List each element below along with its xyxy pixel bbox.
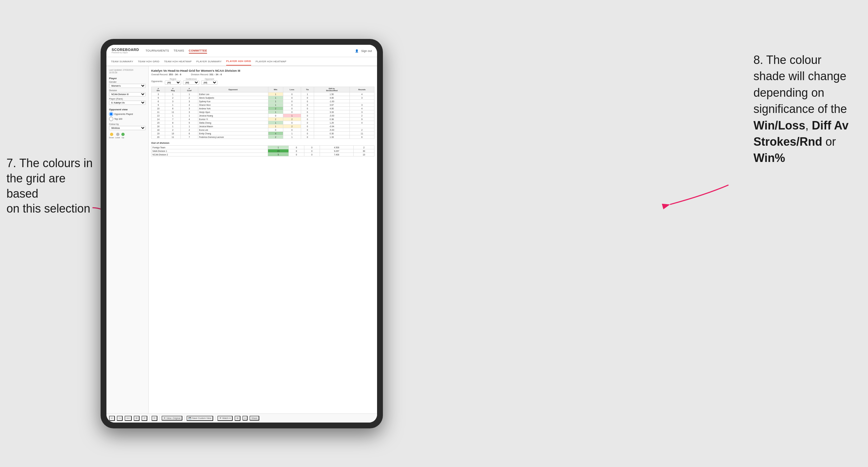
cell-tie: 0 bbox=[301, 135, 314, 139]
layout-button[interactable]: ⊞ bbox=[235, 416, 241, 421]
ood-tie: 0 bbox=[304, 153, 320, 156]
nav-tournaments[interactable]: TOURNAMENTS bbox=[145, 49, 169, 54]
legend-level-dot bbox=[116, 133, 119, 136]
cell-conf: 1 bbox=[180, 125, 198, 128]
th-diff: Diff AvStrokes/Rnd bbox=[314, 87, 349, 93]
cell-diff: 3.67 bbox=[314, 103, 349, 107]
table-row: 18 2 2 Euna Lee 0 0 0 -5.00 2 bbox=[152, 128, 374, 132]
cell-reg: 3 bbox=[165, 100, 181, 103]
cell-rounds: 11 bbox=[349, 132, 374, 135]
cell-loss: 0 bbox=[283, 100, 301, 103]
th-rounds: Rounds bbox=[349, 87, 374, 93]
cell-reg: 2 bbox=[165, 96, 181, 100]
watch-button[interactable]: 👁 Watch ▾ bbox=[217, 416, 232, 421]
cell-diff: -3.00 bbox=[314, 114, 349, 118]
conference-filter-select[interactable]: (All) bbox=[183, 81, 199, 85]
subnav-team-summary[interactable]: TEAM SUMMARY bbox=[111, 57, 133, 66]
table-row: 3 1 1 Esther Lee 1 0 1 1.50 4 bbox=[152, 93, 374, 96]
ood-rounds: 30 bbox=[354, 149, 374, 153]
colour-by-select[interactable]: Win/loss bbox=[109, 126, 146, 130]
refresh-button[interactable]: ⟳ bbox=[152, 416, 157, 421]
undo-button[interactable]: ↩ bbox=[109, 416, 115, 421]
table-row: 19 10 6 Emily Chang 4 1 0 0.30 11 bbox=[152, 132, 374, 135]
cell-diff: 1.33 bbox=[314, 135, 349, 139]
cell-loss: 0 bbox=[283, 93, 301, 96]
save-custom-view-button[interactable]: 💾 Save Custom View bbox=[187, 416, 213, 421]
separator1 bbox=[149, 416, 150, 421]
legend-level-label: Level bbox=[115, 136, 120, 138]
table-row: 9 1 4 Sharon Mun 1 0 0 3.67 3 bbox=[152, 103, 374, 107]
radio-opponents-played[interactable]: Opponents Played bbox=[109, 112, 146, 116]
sub-nav: TEAM SUMMARY TEAM H2H GRID TEAM H2H HEAT… bbox=[106, 57, 377, 66]
redo-button[interactable]: ↪ bbox=[117, 416, 123, 421]
subnav-player-h2h-grid[interactable]: PLAYER H2H GRID bbox=[226, 57, 251, 66]
share-button[interactable]: Share bbox=[250, 416, 259, 421]
cell-win: 0 bbox=[268, 114, 283, 118]
player-section-title: Player bbox=[109, 77, 146, 80]
cell-diff: 3.33 bbox=[314, 110, 349, 114]
colour-legend: Down Level Up bbox=[109, 133, 146, 138]
radio-top100[interactable]: Top 100 bbox=[109, 117, 146, 121]
radio-opponents-input[interactable] bbox=[109, 112, 113, 116]
overall-record: Overall Record: 353 - 34 - 6 Division Re… bbox=[151, 73, 374, 76]
nav-items: TOURNAMENTS TEAMS COMMITTEE bbox=[145, 49, 355, 54]
cell-opponent: Euna Lee bbox=[198, 128, 268, 132]
cell-loss: 0 bbox=[283, 121, 301, 125]
copy-button[interactable]: ⊞ bbox=[134, 416, 140, 421]
cell-reg: 1 bbox=[165, 125, 181, 128]
undo2-button[interactable]: ↺ bbox=[142, 416, 147, 421]
ood-win: 1 bbox=[268, 146, 289, 149]
subnav-player-h2h-heatmap[interactable]: PLAYER H2H HEATMAP bbox=[256, 57, 286, 66]
legend-down-dot bbox=[110, 133, 113, 136]
division-select[interactable]: NCAA Division III bbox=[109, 92, 146, 96]
table-row: 13 1 1 Jessica Huang 0 1 0 -3.00 2 bbox=[152, 114, 374, 118]
region-filter-select[interactable]: (All) bbox=[165, 81, 181, 85]
view-original-button[interactable]: 👁 View: Original bbox=[162, 416, 182, 421]
player-rank-label: Player (Rank) bbox=[109, 98, 146, 100]
th-opponent: Opponent bbox=[198, 87, 268, 93]
nav-committee[interactable]: COMMITTEE bbox=[189, 49, 207, 54]
columns-button[interactable]: ≡ bbox=[242, 416, 248, 421]
cell-rounds: 3 bbox=[349, 96, 374, 100]
cell-reg: 2 bbox=[165, 128, 181, 132]
ood-tie: 0 bbox=[304, 149, 320, 153]
back-button[interactable]: ⟵ bbox=[125, 416, 132, 421]
annotation-strokes: Strokes/Rnd bbox=[753, 135, 822, 148]
subnav-team-h2h-heatmap[interactable]: TEAM H2H HEATMAP bbox=[164, 57, 192, 66]
cell-reg: 8 bbox=[165, 121, 181, 125]
cell-conf: 2 bbox=[180, 128, 198, 132]
tablet-frame: SCOREBOARD Powered by clippd TOURNAMENTS… bbox=[101, 39, 383, 428]
legend-down-label: Down bbox=[109, 136, 114, 138]
cell-div: 18 bbox=[152, 128, 165, 132]
cell-rounds bbox=[349, 100, 374, 103]
logo-text: SCOREBOARD bbox=[112, 48, 139, 52]
annotation-right-line2: shade will change bbox=[753, 69, 846, 83]
cell-win: 4 bbox=[268, 132, 283, 135]
last-updated: Last Updated: 27/03/2024 16:55:38 bbox=[109, 69, 146, 74]
division-record-text: Division Record: 331 - 34 - 6 bbox=[191, 73, 222, 76]
player-rank-select[interactable]: 8. Katelyn Vo bbox=[109, 101, 146, 105]
gender-select[interactable]: Women's bbox=[109, 84, 146, 88]
user-icon: 👤 bbox=[355, 49, 359, 53]
sign-out-link[interactable]: Sign out bbox=[361, 49, 372, 53]
ood-diff: 9.267 bbox=[320, 149, 354, 153]
cell-rounds: 4 bbox=[349, 93, 374, 96]
top-nav: SCOREBOARD Powered by clippd TOURNAMENTS… bbox=[106, 45, 377, 57]
th-loss: Loss bbox=[283, 87, 301, 93]
subnav-player-summary[interactable]: PLAYER SUMMARY bbox=[196, 57, 222, 66]
tablet-screen: SCOREBOARD Powered by clippd TOURNAMENTS… bbox=[106, 45, 377, 423]
opponent-filter-select[interactable]: (All) bbox=[201, 81, 217, 85]
nav-teams[interactable]: TEAMS bbox=[174, 49, 184, 54]
save-custom-view-label: Save Custom View bbox=[192, 417, 211, 419]
last-updated-label: Last Updated: 27/03/2024 bbox=[109, 69, 146, 71]
table-header-row: #Div #Reg #Conf Opponent Win Loss Tie Di… bbox=[152, 87, 374, 93]
cell-diff: 4.00 bbox=[314, 96, 349, 100]
logo-area: SCOREBOARD Powered by clippd bbox=[112, 48, 139, 54]
cell-rounds: 2 bbox=[349, 128, 374, 132]
region-filter-label: Region bbox=[165, 78, 181, 80]
ood-table-row: Foreign Team 1 0 0 4.500 2 bbox=[152, 146, 374, 149]
radio-top100-input[interactable] bbox=[109, 117, 113, 121]
cell-rounds bbox=[349, 125, 374, 128]
subnav-team-h2h-grid[interactable]: TEAM H2H GRID bbox=[138, 57, 160, 66]
annotation-right-line4: significance of the bbox=[753, 102, 847, 116]
